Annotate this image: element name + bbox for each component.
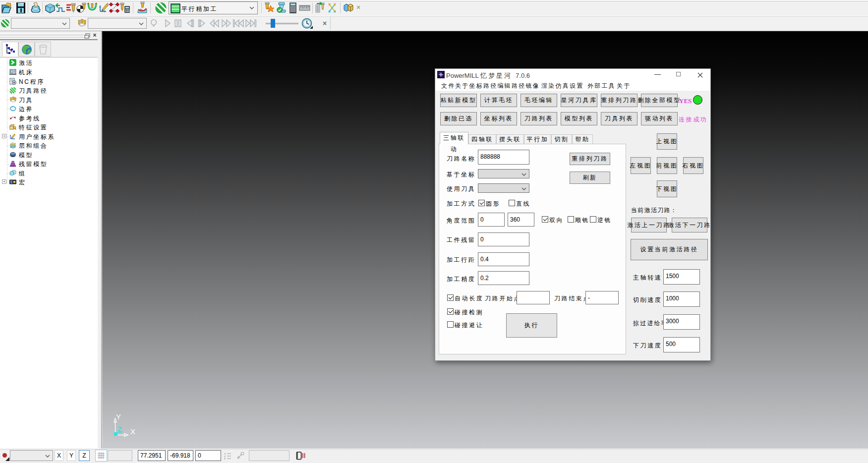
svg-text:z: z: [224, 457, 226, 460]
svg-text:Z: Z: [117, 425, 122, 433]
svg-text:Y: Y: [116, 412, 121, 421]
svg-text:X: X: [130, 427, 135, 436]
